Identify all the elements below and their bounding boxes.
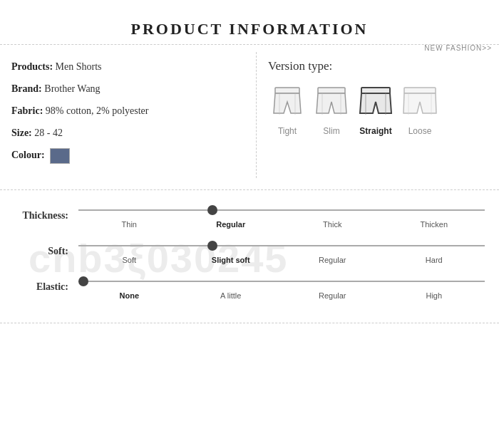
elastic-label: Elastic: [14, 274, 78, 293]
version-loose[interactable]: Loose [401, 83, 439, 136]
products-value: Men Shorts [56, 61, 102, 72]
size-label: Size: [11, 127, 32, 138]
thickness-track-wrapper[interactable] [78, 203, 485, 217]
slim-label: Slim [323, 126, 339, 136]
products-row: Products: Men Shorts [11, 59, 242, 74]
soft-container: Soft Slight soft Regular Hard [78, 239, 485, 264]
thickness-row: Thickness: Thin Regular Thick Thicken [14, 203, 485, 229]
bottom-section: Thickness: Thin Regular Thick Thicken So… [0, 190, 499, 323]
size-row: Size: 28 - 42 [11, 125, 242, 140]
brand-row: Brand: Brother Wang [11, 81, 242, 96]
left-panel: Products: Men Shorts Brand: Brother Wang… [0, 52, 257, 178]
header: PRODUCT INFORMATION [0, 0, 499, 45]
version-options: Tight Slim [268, 83, 492, 136]
soft-tick-hard: Hard [384, 256, 485, 264]
elastic-tick-none: None [78, 291, 180, 300]
slim-shorts-icon [312, 83, 351, 122]
svg-rect-9 [404, 88, 436, 93]
soft-track-wrapper[interactable] [78, 239, 485, 253]
thickness-tick-regular: Regular [180, 220, 282, 229]
elastic-thumb[interactable] [78, 276, 88, 286]
soft-track [78, 245, 485, 246]
straight-shorts-icon [356, 83, 395, 122]
elastic-row: Elastic: None A little Regular High [14, 274, 485, 300]
version-title: Version type: [268, 59, 492, 73]
thickness-tick-thicken: Thicken [384, 220, 485, 229]
elastic-tick-alittle: A little [180, 291, 282, 300]
soft-row: Soft: Soft Slight soft Regular Hard [14, 239, 485, 264]
svg-rect-3 [318, 88, 345, 93]
soft-tick-regular: Regular [282, 256, 384, 264]
loose-label: Loose [408, 126, 432, 136]
soft-tick-slight: Slight soft [180, 256, 282, 264]
page-title: PRODUCT INFORMATION [0, 20, 499, 38]
fabric-row: Fabric: 98% cotton, 2% polyester [11, 103, 242, 118]
page-wrapper: PRODUCT INFORMATION NEW FASHION>> Produc… [0, 0, 499, 448]
soft-label: Soft: [14, 239, 78, 257]
svg-rect-0 [275, 88, 299, 93]
fabric-label: Fabric: [11, 105, 43, 116]
tight-label: Tight [278, 126, 297, 136]
version-slim[interactable]: Slim [312, 83, 351, 136]
top-section: Products: Men Shorts Brand: Brother Wang… [0, 45, 499, 190]
brand-tag: NEW FASHION>> [424, 44, 492, 52]
bottom-divider [0, 323, 499, 323]
colour-label: Colour: [11, 150, 45, 160]
colour-swatch [50, 148, 70, 164]
size-value: 28 - 42 [34, 127, 63, 138]
elastic-container: None A little Regular High [78, 274, 485, 300]
soft-tick-soft: Soft [78, 256, 180, 264]
thickness-label: Thickness: [14, 203, 78, 222]
elastic-track [78, 281, 485, 282]
products-label: Products: [11, 61, 53, 72]
elastic-tick-regular: Regular [282, 291, 384, 300]
loose-shorts-icon [401, 83, 439, 122]
right-panel: Version type: Tight [257, 52, 499, 178]
elastic-labels: None A little Regular High [78, 291, 485, 300]
straight-label: Straight [359, 126, 391, 136]
soft-thumb[interactable] [207, 241, 217, 251]
soft-labels: Soft Slight soft Regular Hard [78, 256, 485, 264]
version-tight[interactable]: Tight [268, 83, 307, 136]
thickness-tick-thin: Thin [78, 220, 180, 229]
brand-label: Brand: [11, 83, 42, 94]
thickness-track [78, 209, 485, 211]
thickness-tick-thick: Thick [282, 220, 384, 229]
fabric-value: 98% cotton, 2% polyester [46, 105, 149, 116]
tight-shorts-icon [268, 83, 307, 122]
elastic-tick-high: High [384, 291, 485, 300]
version-straight[interactable]: Straight [356, 83, 395, 136]
thickness-container: Thin Regular Thick Thicken [78, 203, 485, 229]
elastic-track-wrapper[interactable] [78, 274, 485, 288]
thickness-labels: Thin Regular Thick Thicken [78, 220, 485, 229]
svg-rect-6 [361, 88, 390, 93]
brand-value: Brother Wang [44, 83, 100, 94]
thickness-thumb[interactable] [207, 205, 217, 215]
colour-row: Colour: [11, 147, 242, 164]
